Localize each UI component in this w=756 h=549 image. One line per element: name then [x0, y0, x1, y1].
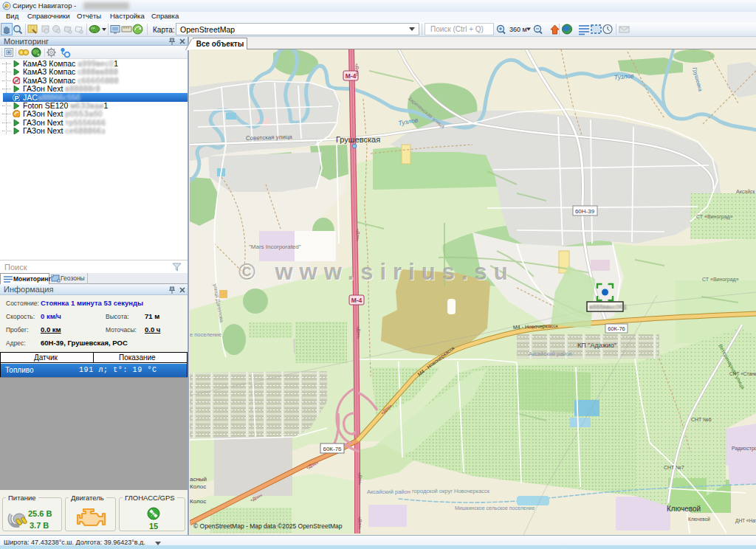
svg-text:ДНТ «Нат: ДНТ «Нат	[735, 518, 756, 524]
svg-text:Ключевой: Ключевой	[688, 517, 710, 522]
svg-text:Радиостро: Радиостро	[732, 446, 756, 452]
svg-text:Ключевой: Ключевой	[667, 505, 701, 513]
svg-text:Грушевская: Грушевская	[336, 135, 380, 144]
svg-text:«Дон»: «Дон»	[357, 326, 361, 339]
svg-text:СНТ №7: СНТ №7	[664, 465, 684, 470]
svg-text:Аксайский район: Аксайский район	[529, 351, 572, 357]
svg-text:СТ «Виноград»: СТ «Виноград»	[696, 214, 733, 220]
svg-text:М-4: М-4	[346, 72, 357, 80]
svg-text:СТ «Виноград»: СТ «Виноград»	[702, 277, 739, 283]
svg-text:P: P	[15, 94, 19, 100]
svg-text:СНТ №6: СНТ №6	[691, 417, 712, 422]
svg-text:Аксайск: Аксайск	[736, 189, 756, 194]
svg-text:60Н-39: 60Н-39	[575, 208, 595, 215]
svg-text:городской округ Новочеркасск: городской округ Новочеркасск	[412, 488, 490, 494]
svg-text:е поселение: е поселение	[190, 331, 221, 338]
svg-text:"Mars Incorporated": "Mars Incorporated"	[249, 244, 301, 250]
svg-text:60К-76: 60К-76	[608, 325, 625, 332]
svg-text:асный: асный	[190, 476, 207, 483]
svg-text:© OpenStreetMap - Map data ©20: © OpenStreetMap - Map data ©2025 OpenStr…	[193, 522, 343, 530]
svg-text:в888ввес0б1: в888ввес0б1	[589, 303, 627, 311]
svg-text:«Дон»: «Дон»	[358, 517, 362, 530]
svg-text:Колос: Колос	[190, 498, 206, 505]
svg-text:Аксайский район: Аксайский район	[367, 488, 410, 495]
svg-text:«Дон»: «Дон»	[355, 63, 360, 77]
svg-text:КП "Адажио": КП "Адажио"	[577, 342, 616, 349]
svg-text:Колос: Колос	[190, 483, 206, 490]
svg-text:60К-76: 60К-76	[323, 446, 342, 452]
svg-text:«Дон»: «Дон»	[358, 472, 362, 486]
svg-text:Мишкинское сельское поселение: Мишкинское сельское поселение	[455, 505, 535, 511]
svg-text:М-4: М-4	[351, 297, 362, 304]
svg-text:«Дон»: «Дон»	[356, 229, 360, 242]
